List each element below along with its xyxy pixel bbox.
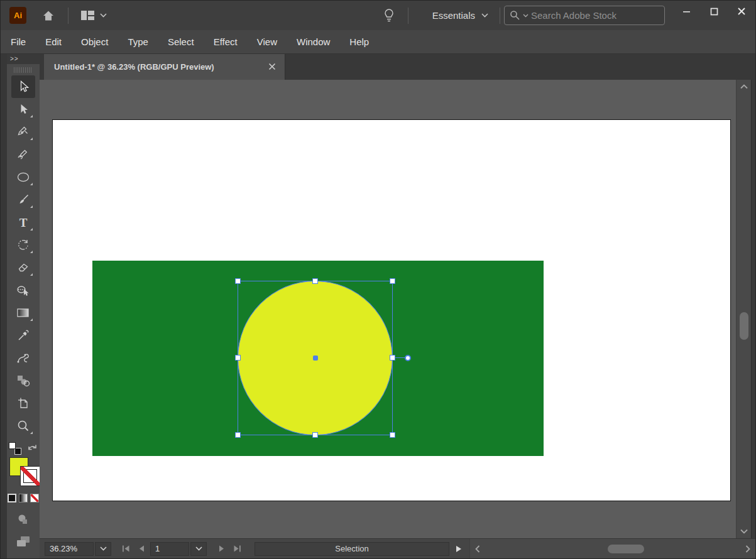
horizontal-scrollbar[interactable] — [469, 539, 755, 558]
window-controls — [672, 1, 755, 22]
pie-widget-line — [395, 357, 405, 358]
pen-tool[interactable] — [11, 121, 35, 143]
close-button[interactable] — [728, 1, 755, 22]
chevron-down-icon — [195, 546, 202, 551]
swap-fill-stroke-icon[interactable] — [27, 442, 38, 454]
scroll-down-icon[interactable] — [737, 524, 751, 538]
shape-builder-tool-icon — [16, 283, 31, 297]
artboard[interactable] — [53, 120, 730, 501]
menu-type[interactable]: Type — [128, 36, 148, 47]
color-mode-button[interactable] — [8, 494, 16, 502]
next-artboard-button[interactable] — [214, 542, 229, 556]
arrange-documents-icon — [81, 10, 94, 21]
statusbar: 36.23% 1 — [40, 538, 755, 558]
menu-edit[interactable]: Edit — [45, 36, 62, 47]
canvas-pasteboard[interactable] — [40, 80, 736, 538]
document-tab-title: Untitled-1* @ 36.23% (RGB/GPU Preview) — [54, 62, 260, 72]
menu-object[interactable]: Object — [81, 36, 108, 47]
status-tool-label: Selection — [255, 542, 449, 556]
titlebar: Ai Essentials — [1, 1, 755, 30]
menu-view[interactable]: View — [257, 36, 277, 47]
chevron-down-icon — [523, 14, 529, 18]
blend-tool[interactable] — [11, 369, 35, 392]
zoom-level-field[interactable]: 36.23% — [45, 542, 94, 556]
direct-selection-tool-icon — [16, 102, 30, 116]
first-artboard-button[interactable] — [119, 542, 133, 556]
chevron-down-icon — [481, 13, 488, 18]
horizontal-scroll-thumb[interactable] — [608, 545, 644, 553]
selection-handle-bottom-left[interactable] — [235, 432, 241, 438]
adobe-stock-search[interactable] — [504, 6, 665, 25]
selection-handle-bottom-right[interactable] — [390, 432, 395, 438]
paintbrush-tool-icon — [16, 193, 30, 207]
tab-close-icon[interactable] — [268, 62, 276, 73]
illustrator-window: Ai Essentials — [0, 0, 756, 559]
artboard-dropdown[interactable] — [190, 542, 207, 556]
gradient-mode-button[interactable] — [19, 494, 28, 502]
menu-select[interactable]: Select — [168, 36, 194, 47]
zoom-level-dropdown[interactable] — [95, 542, 111, 556]
scroll-up-icon[interactable] — [737, 80, 751, 94]
artboard-tool[interactable] — [11, 392, 35, 415]
arrange-documents-button[interactable] — [81, 10, 107, 21]
scroll-right-icon[interactable] — [740, 545, 755, 553]
paintbrush-tool[interactable] — [11, 188, 35, 211]
stroke-swatch-none[interactable] — [20, 466, 40, 486]
rotate-tool-icon — [16, 238, 30, 252]
puppet-warp-tool-icon — [16, 351, 31, 365]
tools-panel-grip[interactable] — [14, 67, 33, 73]
chevron-down-icon — [100, 546, 107, 551]
eraser-tool[interactable] — [11, 256, 35, 279]
pie-widget-handle[interactable] — [405, 355, 411, 361]
selection-handle-middle-right[interactable] — [390, 355, 395, 361]
selection-handle-top-middle[interactable] — [312, 278, 318, 284]
default-fill-stroke-button[interactable] — [9, 442, 21, 455]
zoom-tool[interactable] — [11, 415, 35, 437]
selection-handle-top-left[interactable] — [235, 278, 241, 284]
artboard-number-field[interactable]: 1 — [150, 542, 189, 556]
horizontal-scroll-track[interactable] — [485, 539, 740, 558]
status-options-button[interactable] — [452, 542, 466, 556]
home-icon[interactable] — [41, 9, 55, 23]
document-tab[interactable]: Untitled-1* @ 36.23% (RGB/GPU Preview) — [44, 54, 285, 80]
workspace-switcher[interactable]: Essentials — [432, 10, 488, 21]
selection-bounding-box — [238, 281, 393, 435]
selection-tool[interactable] — [11, 75, 35, 98]
vertical-scrollbar[interactable] — [736, 80, 751, 538]
lightbulb-icon[interactable] — [383, 8, 395, 23]
menu-window[interactable]: Window — [297, 36, 330, 47]
previous-artboard-button[interactable] — [134, 542, 149, 556]
search-input[interactable] — [531, 10, 644, 21]
last-artboard-button[interactable] — [230, 542, 244, 556]
menu-effect[interactable]: Effect — [214, 36, 238, 47]
app-logo-icon: Ai — [9, 7, 26, 24]
vertical-scroll-track[interactable] — [737, 94, 751, 524]
screen-mode-button[interactable] — [12, 533, 35, 550]
scroll-left-icon[interactable] — [470, 545, 485, 553]
selection-handle-bottom-middle[interactable] — [312, 432, 318, 438]
curvature-tool[interactable] — [11, 143, 35, 166]
rotate-tool[interactable] — [11, 234, 35, 256]
tools-panel-collapse[interactable]: >> — [7, 54, 40, 64]
selection-handle-middle-left[interactable] — [235, 355, 241, 361]
menu-help[interactable]: Help — [349, 36, 369, 47]
direct-selection-tool[interactable] — [11, 98, 35, 121]
maximize-button[interactable] — [700, 1, 728, 22]
artboard-tool-icon — [16, 396, 30, 410]
minimize-button[interactable] — [672, 1, 700, 22]
shape-builder-tool[interactable] — [11, 279, 35, 301]
gradient-tool[interactable] — [11, 301, 35, 324]
none-mode-button[interactable] — [30, 494, 39, 502]
type-tool[interactable]: T — [11, 211, 35, 234]
ellipse-tool[interactable] — [11, 166, 35, 188]
drawing-modes-button[interactable] — [12, 510, 35, 528]
menu-file[interactable]: File — [11, 36, 26, 47]
type-tool-icon: T — [19, 217, 28, 229]
eyedropper-tool[interactable] — [11, 324, 35, 347]
document-tabbar: Untitled-1* @ 36.23% (RGB/GPU Preview) — [40, 54, 755, 80]
selection-handle-top-right[interactable] — [390, 278, 395, 284]
gradient-tool-icon — [16, 306, 31, 320]
selection-center-point[interactable] — [313, 355, 318, 361]
vertical-scroll-thumb[interactable] — [740, 312, 748, 340]
puppet-warp-tool[interactable] — [11, 347, 35, 369]
